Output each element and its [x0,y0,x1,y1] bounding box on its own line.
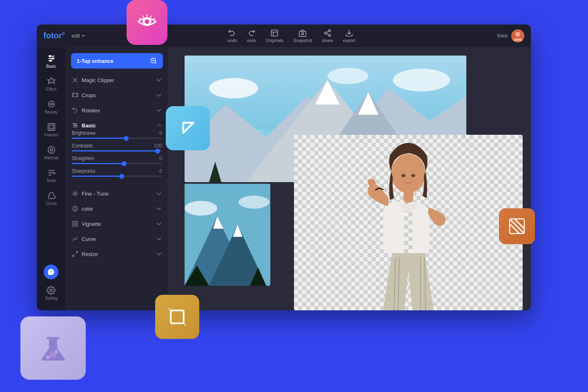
svg-point-34 [52,58,53,59]
chat-button[interactable] [44,265,58,279]
straighten-fill [72,163,124,164]
straighten-value: 0 [159,156,162,161]
curve-header[interactable]: Curve [66,232,168,246]
svg-point-79 [238,196,270,209]
girl-figure [339,139,478,310]
redo-action[interactable]: redo [247,29,256,43]
svg-point-52 [74,192,76,194]
fine-tune-section: Fine - Tune [66,186,168,201]
svg-point-80 [391,154,425,193]
float-pink-eye-icon [127,0,167,45]
magic-clipper-section: Magic Clipper [66,73,168,88]
sidebar-label-frames: Frames [45,133,58,137]
edit-menu[interactable]: edit [71,33,85,39]
snapshot-action[interactable]: Snapshot [293,29,312,43]
crops-header[interactable]: Crops [66,88,168,102]
svg-point-51 [76,125,77,126]
sharpness-fill [72,176,122,177]
straighten-label: Straighten [72,156,94,161]
svg-point-66 [393,69,450,91]
straighten-track[interactable] [72,163,162,164]
sharpness-thumb[interactable] [119,174,124,179]
contrasts-value: 100 [154,143,162,149]
svg-point-81 [401,174,405,177]
sidebar-label-texts: Texts [47,178,56,183]
share-action[interactable]: share [322,29,334,43]
basic-label: Basic [82,122,96,129]
sidebar-item-texts[interactable]: Texts [37,165,66,186]
svg-point-22 [329,29,331,31]
export-action[interactable]: export [343,29,356,43]
color-header[interactable]: color [66,201,168,216]
topbar-right: fotor [497,29,524,42]
straighten-thumb[interactable] [122,161,127,166]
float-orange-stripe-icon [499,208,535,244]
svg-rect-46 [74,94,77,97]
curve-label: Curve [82,236,96,242]
curve-section: Curve [66,232,168,247]
svg-rect-15 [47,337,60,339]
sidebar-item-frames[interactable]: Frames [37,119,66,140]
svg-rect-8 [171,310,184,323]
brightness-value: 0 [159,130,162,136]
sidebar-item-material[interactable]: Material [37,142,66,163]
sidebar-label-basic: Basic [46,64,56,69]
svg-point-40 [50,149,53,151]
sidebar-item-cloud[interactable]: Cloud [37,188,66,209]
rotates-section: Rotates [66,103,168,118]
sidebar-label-beauty: Beauty [45,110,58,114]
sharpness-track[interactable] [72,176,162,177]
svg-point-23 [325,32,327,34]
basic-section-header[interactable]: Basic [66,118,168,130]
rotates-label: Rotates [82,107,100,114]
svg-line-4 [143,16,143,17]
crops-label: Crops [82,92,96,98]
sidebar-item-effect[interactable]: Effect [37,74,66,95]
brightness-thumb[interactable] [124,136,129,141]
svg-line-10 [184,323,186,325]
svg-point-78 [185,201,217,216]
resize-header[interactable]: Resize [66,247,168,261]
svg-point-50 [74,123,75,125]
svg-point-24 [329,34,331,36]
rotates-header[interactable]: Rotates [66,103,168,118]
svg-rect-83 [403,191,413,203]
float-lavender-lab-icon [20,316,86,380]
svg-point-36 [48,101,54,107]
originals-action[interactable]: Originals [266,29,283,43]
contrasts-track[interactable] [72,150,162,151]
sidebar-item-beauty[interactable]: Beauty [37,96,66,118]
canvas-area[interactable] [168,47,531,310]
svg-point-21 [302,33,304,35]
svg-rect-19 [272,30,278,36]
sidebar-item-settings[interactable]: Setting [43,283,59,304]
user-avatar[interactable] [511,29,524,42]
fine-tune-label: Fine - Tune [82,191,109,197]
originals-label: Originals [266,38,283,43]
color-section: color [66,201,168,216]
fine-tune-header[interactable]: Fine - Tune [66,186,168,201]
vignette-header[interactable]: Vignette [66,216,168,231]
sidebar-icons: Basic Effect Beauty Frames Material Text… [37,47,66,310]
undo-action[interactable]: undo [227,29,237,43]
brightness-fill [72,138,126,139]
girl-image-container [294,135,523,310]
svg-line-9 [169,309,171,311]
magic-clipper-header[interactable]: Magic Clipper [66,73,168,87]
color-label: color [82,206,93,212]
svg-point-1 [145,19,149,24]
sidebar-item-basic[interactable]: Basic [37,51,66,72]
contrasts-thumb[interactable] [155,149,160,154]
resize-section: Resize [66,247,168,262]
svg-line-56 [76,252,78,254]
float-gold-crop-icon [155,295,199,339]
sidebar-label-cloud: Cloud [46,201,56,206]
svg-point-41 [50,289,53,292]
mountain-image-small [185,184,270,286]
enhance-button-label: 1-Tap enhance [77,58,114,64]
share-label: share [322,38,334,43]
sidebar-label-material: Material [44,156,59,160]
enhance-button[interactable]: 1-Tap enhance [71,53,163,69]
brightness-track[interactable] [72,138,162,139]
snapshot-label: Snapshot [293,38,312,43]
